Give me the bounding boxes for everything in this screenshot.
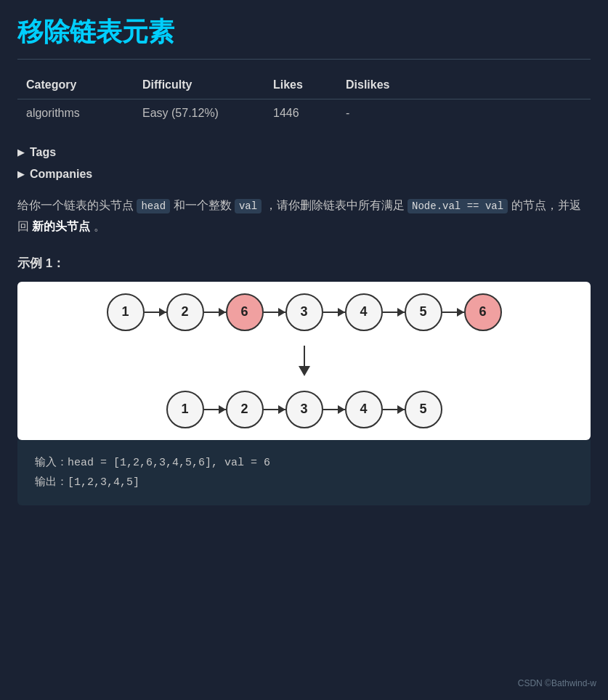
node-3-top: 3 xyxy=(285,293,323,331)
down-arrow-line xyxy=(304,346,305,366)
node-6a-top: 6 xyxy=(226,293,264,331)
code-output-line: 输出：[1,2,3,4,5] xyxy=(35,473,573,492)
arrow-b1 xyxy=(204,409,226,410)
example-code-block: 输入：head = [1,2,6,3,4,5,6], val = 6 输出：[1… xyxy=(17,440,591,505)
bottom-list-row: 1 2 3 4 5 xyxy=(166,391,442,428)
val-code: val xyxy=(235,199,262,213)
arrow-b2 xyxy=(264,409,285,410)
desc-bold: 新的头节点 xyxy=(32,220,90,232)
desc-part2: 和一个整数 xyxy=(170,199,235,211)
down-arrow xyxy=(299,346,310,376)
tags-triangle-icon: ▶ xyxy=(17,147,24,158)
arrow-b3 xyxy=(323,409,345,410)
tags-label: Tags xyxy=(30,146,56,159)
companies-triangle-icon: ▶ xyxy=(17,169,24,179)
col-header-likes: Likes xyxy=(264,71,337,99)
node-4-top: 4 xyxy=(345,293,383,331)
arrow-5 xyxy=(383,312,405,313)
meta-difficulty: Easy (57.12%) xyxy=(134,99,264,128)
arrow-3 xyxy=(264,312,285,313)
companies-label: Companies xyxy=(30,168,92,181)
arrow-1 xyxy=(145,312,166,313)
page-title: 移除链表元素 xyxy=(17,15,591,60)
desc-part3: ，请你删除链表中所有满足 xyxy=(262,199,408,211)
desc-part5: 。 xyxy=(90,220,105,232)
meta-likes: 1446 xyxy=(264,99,337,128)
node-1-top: 1 xyxy=(107,293,145,331)
node-3-bot: 3 xyxy=(285,391,323,428)
node-5-bot: 5 xyxy=(405,391,442,428)
example-title: 示例 1： xyxy=(17,255,591,272)
node-6b-top: 6 xyxy=(464,293,502,331)
meta-category: algorithms xyxy=(17,99,134,128)
arrow-4 xyxy=(323,312,345,313)
meta-dislikes: - xyxy=(337,99,591,128)
col-header-difficulty: Difficulty xyxy=(134,71,264,99)
condition-code: Node.val == val xyxy=(408,199,508,213)
top-list-row: 1 2 6 3 4 5 6 xyxy=(107,293,502,331)
head-code: head xyxy=(137,199,170,213)
node-2-top: 2 xyxy=(166,293,204,331)
node-5-top: 5 xyxy=(405,293,442,331)
col-header-category: Category xyxy=(17,71,134,99)
arrow-2 xyxy=(204,312,226,313)
tags-collapsible[interactable]: ▶ Tags xyxy=(17,142,591,163)
node-1-bot: 1 xyxy=(166,391,204,428)
example-diagram: 1 2 6 3 4 5 6 1 xyxy=(17,282,591,440)
node-2-bot: 2 xyxy=(226,391,264,428)
companies-collapsible[interactable]: ▶ Companies xyxy=(17,163,591,185)
col-header-dislikes: Dislikes xyxy=(337,71,591,99)
code-input-line: 输入：head = [1,2,6,3,4,5,6], val = 6 xyxy=(35,453,573,473)
linked-list-diagram: 1 2 6 3 4 5 6 1 xyxy=(107,293,502,428)
meta-table: Category Difficulty Likes Dislikes algor… xyxy=(17,71,591,127)
node-4-bot: 4 xyxy=(345,391,383,428)
watermark: CSDN ©Bathwind-w xyxy=(518,678,596,688)
desc-part1: 给你一个链表的头节点 xyxy=(17,199,137,211)
arrow-6 xyxy=(442,312,464,313)
down-arrow-head xyxy=(299,366,310,376)
example-image-wrapper: 1 2 6 3 4 5 6 1 xyxy=(17,282,591,505)
problem-description: 给你一个链表的头节点 head 和一个整数 val ，请你删除链表中所有满足 N… xyxy=(17,195,591,237)
arrow-b4 xyxy=(383,409,405,410)
